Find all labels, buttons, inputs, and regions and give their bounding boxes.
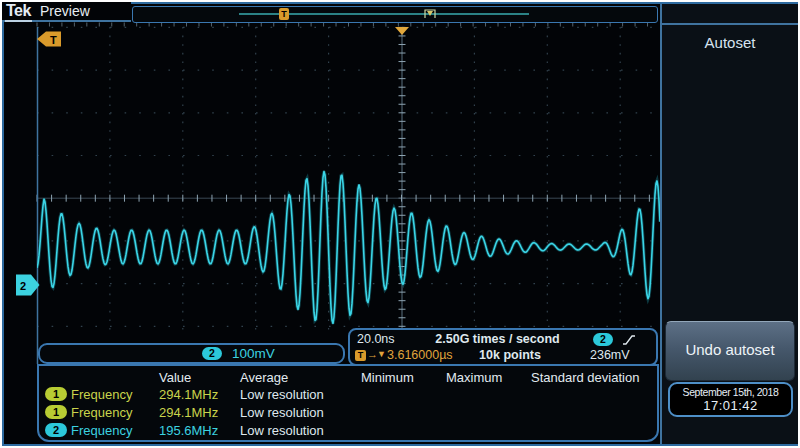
record-length-label: 10k points bbox=[460, 348, 560, 362]
expansion-point-icon bbox=[422, 7, 438, 21]
measurement-average: Low resolution bbox=[240, 423, 324, 438]
trigger-position-chip[interactable]: T bbox=[279, 8, 289, 20]
measurement-value: 294.1MHz bbox=[159, 405, 218, 420]
channel-1-badge: 1 bbox=[45, 387, 67, 401]
trigger-triangle-icon: ▼ bbox=[377, 349, 386, 359]
menu-title-autoset: Autoset bbox=[662, 34, 798, 51]
datetime-box: September 15th, 2018 17:01:42 bbox=[668, 382, 793, 417]
trigger-source-badge: 2 bbox=[593, 333, 613, 346]
measurement-table: Value Average Minimum Maximum Standard d… bbox=[37, 364, 659, 442]
measurement-name: Frequency bbox=[71, 405, 132, 420]
col-header-maximum: Maximum bbox=[446, 370, 502, 385]
undo-autoset-button[interactable]: Undo autoset bbox=[665, 321, 795, 381]
horizontal-position-bar[interactable]: T bbox=[132, 6, 658, 23]
measurement-row: 1 Frequency 294.1MHz Low resolution bbox=[39, 387, 653, 403]
col-header-minimum: Minimum bbox=[361, 370, 414, 385]
col-header-value: Value bbox=[159, 370, 191, 385]
time-label: 17:01:42 bbox=[670, 398, 791, 413]
channel-1-badge: 1 bbox=[45, 405, 67, 419]
tek-logo: Tek bbox=[5, 2, 32, 22]
volts-per-div-label: 100mV bbox=[232, 346, 275, 361]
timebase-readout-box: 20.0ns 2.50G times / second 2 T → ▼ 3.61… bbox=[348, 328, 658, 366]
acquisition-mode-label: Preview bbox=[40, 3, 90, 19]
trigger-level-label: 236mV bbox=[590, 348, 630, 362]
corner-trigger-marker-label: T bbox=[50, 34, 57, 46]
date-label: September 15th, 2018 bbox=[670, 386, 791, 398]
channel-2-badge: 2 bbox=[202, 347, 222, 360]
measurement-name: Frequency bbox=[71, 387, 132, 402]
trigger-position-triangle[interactable] bbox=[395, 27, 409, 35]
measurement-name: Frequency bbox=[71, 423, 132, 438]
channel-readout-box[interactable]: 2 100mV bbox=[38, 343, 345, 364]
measurement-row: 2 Frequency 195.6MHz Low resolution bbox=[39, 423, 653, 439]
timebase-row-1: 20.0ns 2.50G times / second 2 bbox=[350, 332, 656, 348]
time-per-div-label: 20.0ns bbox=[357, 332, 395, 346]
measurement-value: 195.6MHz bbox=[159, 423, 218, 438]
corner-trigger-marker-icon bbox=[37, 32, 61, 47]
measurement-average: Low resolution bbox=[240, 405, 324, 420]
trigger-icon: T bbox=[355, 350, 366, 361]
channel-2-position-label: 2 bbox=[20, 280, 26, 292]
measurement-row: 1 Frequency 294.1MHz Low resolution bbox=[39, 405, 653, 421]
measurement-value: 294.1MHz bbox=[159, 387, 218, 402]
horizontal-delay-label: 3.616000µs bbox=[387, 348, 453, 362]
col-header-average: Average bbox=[240, 370, 288, 385]
channel-2-badge: 2 bbox=[45, 423, 67, 437]
screenshot-viewport: T2 Tek Preview T Autoset Undo autoset Se… bbox=[0, 0, 800, 448]
rising-edge-icon bbox=[622, 333, 637, 347]
timebase-row-2: T → ▼ 3.616000µs 10k points 236mV bbox=[350, 348, 656, 364]
measurement-average: Low resolution bbox=[240, 387, 324, 402]
oscilloscope-screen: T2 Tek Preview T Autoset Undo autoset Se… bbox=[2, 2, 798, 446]
menu-divider bbox=[662, 23, 798, 25]
sample-rate-label: 2.50G times / second bbox=[405, 332, 590, 346]
col-header-stddev: Standard deviation bbox=[531, 370, 639, 385]
title-bar: Tek Preview bbox=[2, 2, 131, 22]
side-menu-panel: Autoset Undo autoset September 15th, 201… bbox=[660, 4, 798, 444]
